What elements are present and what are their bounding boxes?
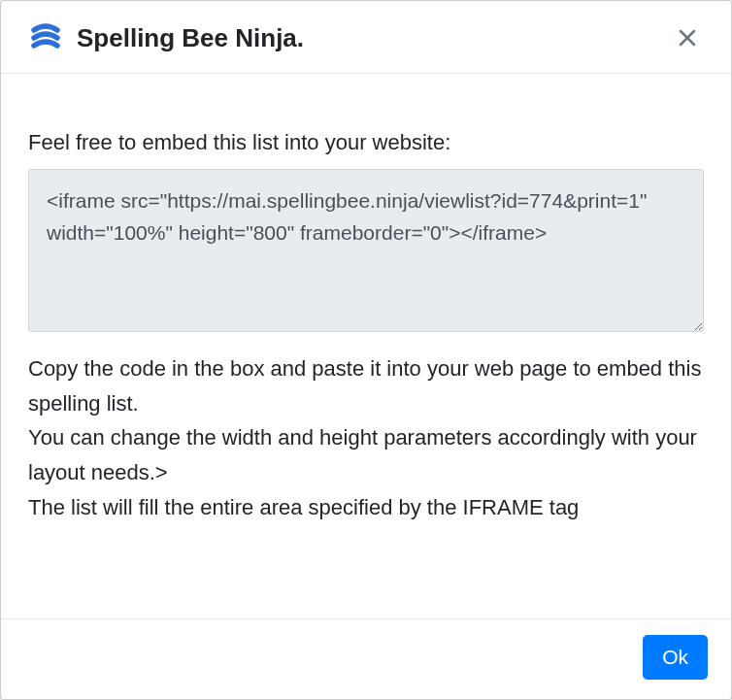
dialog-header: Spelling Bee Ninja. — [1, 1, 731, 74]
dialog-title: Spelling Bee Ninja. — [77, 23, 304, 53]
close-icon — [679, 22, 696, 52]
close-button[interactable] — [671, 20, 704, 55]
instruction-text: Copy the code in the box and paste it in… — [28, 351, 704, 524]
dialog-footer: Ok — [1, 618, 731, 699]
logo-icon — [28, 20, 63, 55]
header-left: Spelling Bee Ninja. — [28, 20, 304, 55]
ok-button[interactable]: Ok — [643, 635, 708, 680]
embed-dialog: Spelling Bee Ninja. Feel free to embed t… — [0, 0, 732, 700]
dialog-body: Feel free to embed this list into your w… — [1, 74, 731, 618]
intro-text: Feel free to embed this list into your w… — [28, 130, 704, 155]
embed-code-textarea[interactable] — [28, 169, 704, 332]
